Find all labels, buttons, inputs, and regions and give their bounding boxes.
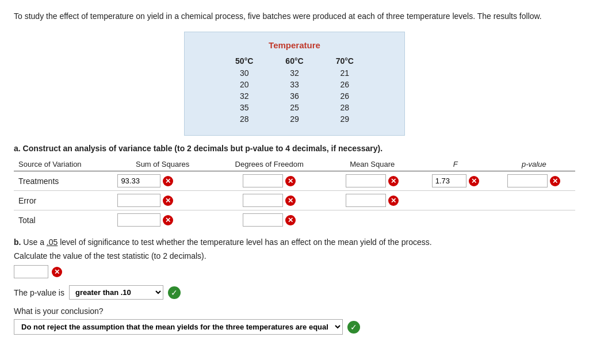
ss-error-icon-1[interactable]: ✕: [163, 196, 173, 206]
intro-text: To study the effect of temperature on yi…: [14, 10, 575, 22]
temperature-table-container: Temperature 50°C 60°C 70°C 3032212033263…: [14, 32, 575, 136]
anova-ms-cell: [327, 210, 418, 230]
temp-cell: 20: [219, 79, 269, 90]
f-error-icon[interactable]: ✕: [469, 176, 479, 186]
pvalue-input[interactable]: [507, 174, 548, 187]
p-value-check-icon: ✓: [168, 286, 181, 299]
ss-error-icon-0[interactable]: ✕: [163, 176, 173, 186]
temp-cell: 30: [219, 67, 269, 79]
anova-ss-cell: ✕: [113, 210, 212, 230]
anova-row-label: Total: [14, 210, 113, 230]
anova-ms-cell: ✕: [327, 191, 418, 210]
conclusion-label: What is your conclusion?: [14, 306, 575, 316]
anova-row-error: Error✕✕✕: [14, 191, 575, 210]
temp-cell: 26: [320, 79, 370, 90]
anova-header-ms: Mean Square: [327, 158, 418, 171]
anova-f-cell: [418, 191, 493, 210]
anova-df-cell: ✕: [212, 171, 327, 191]
temp-cell: 33: [269, 79, 319, 90]
temp-cell: 32: [219, 90, 269, 102]
anova-df-cell: ✕: [212, 191, 327, 210]
df-error-icon-total[interactable]: ✕: [285, 215, 296, 225]
anova-row-total: Total✕✕: [14, 210, 575, 230]
temp-cell: 25: [269, 102, 319, 113]
anova-header-source: Source of Variation: [14, 158, 113, 171]
anova-f-cell: [418, 210, 493, 230]
ms-error-icon-0[interactable]: ✕: [388, 176, 399, 186]
test-stat-row: ✕: [14, 265, 575, 278]
temp-cell: 28: [320, 102, 370, 113]
col-header-60: 60°C: [269, 55, 319, 67]
anova-ss-cell: ✕: [113, 171, 212, 191]
ss-input-2[interactable]: [117, 213, 160, 227]
df-input-1[interactable]: [243, 194, 283, 207]
temp-cell: 35: [219, 102, 269, 113]
anova-header-pvalue: p-value: [493, 158, 575, 171]
calc-label: Calculate the value of the test statisti…: [14, 251, 575, 260]
anova-df-cell: ✕: [212, 210, 327, 230]
anova-row-label: Treatments: [14, 171, 113, 191]
p-value-prefix: The p-value is: [14, 288, 64, 297]
temp-cell: 32: [269, 67, 319, 79]
temperature-data-table: 50°C 60°C 70°C 3032212033263236263525282…: [219, 55, 370, 125]
conclusion-check-icon: ✓: [347, 321, 360, 334]
temp-cell: 28: [219, 113, 269, 125]
f-input[interactable]: [432, 174, 466, 187]
anova-table: Source of Variation Sum of Squares Degre…: [14, 158, 575, 229]
anova-pvalue-cell: [493, 191, 575, 210]
conclusion-row: Do not reject the assumption that the me…: [14, 319, 575, 335]
temp-cell: 26: [320, 90, 370, 102]
anova-row-treatments: Treatments✕✕✕✕✕: [14, 171, 575, 191]
ms-error-icon-1[interactable]: ✕: [388, 196, 399, 206]
df-input-total[interactable]: [243, 213, 283, 227]
anova-ms-cell: ✕: [327, 171, 418, 191]
ms-input-0[interactable]: [346, 174, 386, 187]
anova-pvalue-cell: ✕: [493, 171, 575, 191]
df-input-0[interactable]: [243, 174, 283, 187]
test-stat-error-icon[interactable]: ✕: [52, 267, 62, 277]
col-header-50: 50°C: [219, 55, 269, 67]
ss-input-1[interactable]: [117, 194, 160, 207]
p-value-row: The p-value is less than .01between .01 …: [14, 285, 575, 300]
anova-header-df: Degrees of Freedom: [212, 158, 327, 171]
part-a-label: a. Construct an analysis of variance tab…: [14, 144, 575, 153]
anova-pvalue-cell: [493, 210, 575, 230]
ss-error-icon-2[interactable]: ✕: [163, 215, 173, 225]
pvalue-error-icon[interactable]: ✕: [550, 176, 560, 186]
p-value-select[interactable]: less than .01between .01 and .025between…: [69, 285, 163, 300]
anova-header-ss: Sum of Squares: [113, 158, 212, 171]
temp-cell: 36: [269, 90, 319, 102]
anova-f-cell: ✕: [418, 171, 493, 191]
temp-cell: 29: [320, 113, 370, 125]
temperature-label: Temperature: [269, 40, 320, 50]
conclusion-select[interactable]: Do not reject the assumption that the me…: [14, 319, 343, 335]
ss-input-0[interactable]: [117, 174, 160, 187]
anova-header-f: F: [418, 158, 493, 171]
col-header-70: 70°C: [320, 55, 370, 67]
temp-cell: 21: [320, 67, 370, 79]
temp-cell: 29: [269, 113, 319, 125]
df-error-icon-1[interactable]: ✕: [285, 196, 296, 206]
anova-ss-cell: ✕: [113, 191, 212, 210]
df-error-icon-0[interactable]: ✕: [285, 176, 296, 186]
test-stat-input[interactable]: [14, 265, 48, 278]
anova-row-label: Error: [14, 191, 113, 210]
ms-input-1[interactable]: [346, 194, 386, 207]
part-b-label: b. Use a .05 level of significance to te…: [14, 237, 575, 247]
